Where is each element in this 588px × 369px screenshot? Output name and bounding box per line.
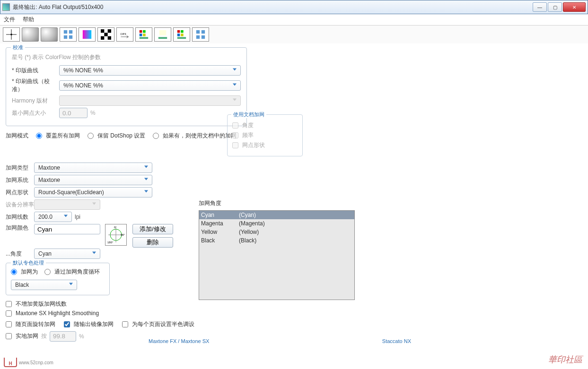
toolbar: CIP3 bbox=[0, 26, 588, 43]
svg-rect-21 bbox=[158, 37, 167, 39]
footer-links: Maxtone FX / Maxtone SX Staccato NX bbox=[0, 338, 588, 344]
svg-rect-22 bbox=[177, 30, 180, 33]
maximize-button[interactable]: ▢ bbox=[548, 2, 562, 12]
svg-rect-25 bbox=[181, 34, 184, 36]
screen-lines-dropdown[interactable]: 200.0 bbox=[34, 212, 72, 222]
screen-lines-label: 加网线数 bbox=[6, 213, 34, 221]
lines-unit: lpi bbox=[75, 214, 80, 220]
print-curve-dropdown[interactable]: %% NONE %% bbox=[59, 80, 241, 91]
doc-screen-legend: 使用文档加网 bbox=[231, 111, 266, 118]
sphere-tool-2-icon[interactable] bbox=[41, 27, 58, 42]
svg-rect-7 bbox=[83, 30, 91, 39]
menu-help[interactable]: 帮助 bbox=[23, 16, 34, 24]
svg-rect-17 bbox=[140, 34, 142, 36]
svg-text:90°: 90° bbox=[121, 233, 125, 236]
svg-text:180°: 180° bbox=[107, 241, 114, 244]
plate-curve-label: * 印版曲线 bbox=[12, 67, 59, 75]
angle-list-label: 加网角度 bbox=[199, 199, 355, 207]
calibration-fieldset: 校准 星号 (*) 表示 ColorFlow 控制的参数 * 印版曲线 %% N… bbox=[6, 47, 247, 126]
svg-rect-23 bbox=[181, 30, 184, 33]
list-item[interactable]: Yellow(Yellow) bbox=[199, 228, 354, 236]
svg-rect-20 bbox=[159, 30, 167, 35]
screen-color-input[interactable] bbox=[34, 224, 100, 234]
gradient-tool-icon[interactable] bbox=[79, 27, 96, 42]
sphere-tool-1-icon[interactable] bbox=[22, 27, 39, 42]
swatch-tool-2-icon[interactable] bbox=[154, 27, 171, 42]
svg-rect-15 bbox=[140, 30, 142, 33]
screen-type-dropdown[interactable]: Maxtone bbox=[34, 163, 152, 173]
mode-use-doc-radio[interactable]: 如果有，则使用文档中的加网 bbox=[153, 132, 237, 140]
svg-rect-18 bbox=[143, 34, 146, 36]
mindot-input bbox=[59, 108, 88, 118]
swatch-tool-1-icon[interactable] bbox=[135, 27, 152, 42]
rotate-with-page-check[interactable]: 随页面旋转加网 bbox=[6, 320, 55, 328]
spot-cycle-radio[interactable]: 通过加网角度循环 bbox=[44, 268, 100, 276]
mode-keep-dotshop-radio[interactable]: 保留 DotShop 设置 bbox=[88, 132, 145, 140]
angle-wheel-icon[interactable]: 0°90°180° bbox=[105, 224, 127, 246]
doc-freq-check: 频率 bbox=[232, 131, 298, 139]
svg-rect-5 bbox=[64, 35, 67, 39]
per-page-halftone-check[interactable]: 为每个页面设置半色调设 bbox=[122, 320, 194, 328]
screening-mode-label: 加网模式 bbox=[6, 132, 28, 140]
dot-shape-dropdown[interactable]: Round-Square(Euclidean) bbox=[34, 187, 152, 197]
mirror-with-output-check[interactable]: 随输出镜像加网 bbox=[64, 320, 114, 328]
harmony-label: Harmony 版材 bbox=[12, 97, 59, 105]
spot-screen-as-radio[interactable]: 加网为 bbox=[11, 268, 38, 276]
target-tool-icon[interactable] bbox=[3, 27, 20, 42]
title-bar: 最终输出: Auto Flat Output/510x400 — ▢ ✕ bbox=[0, 0, 588, 14]
angle-wheel-group: 0°90°180° bbox=[105, 224, 127, 246]
list-item[interactable]: Magenta(Magenta) bbox=[199, 219, 354, 228]
app-icon bbox=[2, 3, 10, 11]
svg-rect-3 bbox=[64, 30, 67, 34]
spot-legend: 默认专色处理 bbox=[11, 259, 46, 266]
print-curve-label: * 印刷曲线（校准） bbox=[12, 77, 59, 94]
grid-tool-icon[interactable] bbox=[60, 27, 77, 42]
maxtone-sx-smoothing-check[interactable]: Maxtone SX Highlight Smoothing bbox=[6, 310, 582, 317]
doc-angle-check: 角度 bbox=[232, 121, 298, 129]
at-angle-dropdown[interactable]: Cyan bbox=[34, 249, 100, 259]
screen-system-dropdown[interactable]: Maxtone bbox=[34, 175, 152, 185]
harmony-dropdown bbox=[59, 95, 241, 106]
plate-curve-dropdown[interactable]: %% NONE %% bbox=[59, 65, 241, 76]
close-button[interactable]: ✕ bbox=[563, 2, 586, 12]
minimize-button[interactable]: — bbox=[533, 2, 547, 12]
svg-rect-4 bbox=[69, 30, 72, 34]
svg-text:CIP3: CIP3 bbox=[120, 33, 126, 35]
svg-rect-9 bbox=[101, 29, 104, 33]
svg-rect-24 bbox=[177, 34, 180, 36]
mindot-label: 最小网点大小 bbox=[12, 109, 59, 117]
mode-override-radio[interactable]: 覆盖所有加网 bbox=[36, 132, 80, 140]
checker-tool-icon[interactable] bbox=[97, 27, 114, 42]
doc-screen-group: 使用文档加网 角度 频率 网点形状 bbox=[227, 114, 303, 156]
menu-file[interactable]: 文件 bbox=[4, 16, 15, 24]
delete-button[interactable]: 删除 bbox=[132, 237, 173, 248]
device-res-dropdown bbox=[34, 199, 100, 210]
cip3-tool-icon[interactable]: CIP3 bbox=[116, 27, 133, 42]
svg-rect-10 bbox=[108, 29, 111, 33]
calibration-legend: 校准 bbox=[11, 44, 25, 51]
svg-rect-6 bbox=[69, 35, 72, 39]
angle-listbox[interactable]: Cyan(Cyan) Magenta(Magenta) Yellow(Yello… bbox=[199, 210, 355, 300]
svg-rect-28 bbox=[202, 30, 205, 34]
device-res-label: 设备分辨率 bbox=[6, 201, 34, 209]
doc-shape-check: 网点形状 bbox=[232, 141, 298, 149]
svg-rect-16 bbox=[143, 30, 146, 33]
menu-bar: 文件 帮助 bbox=[0, 14, 588, 26]
dot-shape-label: 网点形状 bbox=[6, 189, 34, 197]
list-item[interactable]: Black(Black) bbox=[199, 236, 354, 245]
screen-color-label: 加网颜色 bbox=[6, 224, 34, 232]
list-item[interactable]: Cyan(Cyan) bbox=[199, 211, 354, 219]
screen-type-label: 加网类型 bbox=[6, 164, 34, 172]
svg-rect-11 bbox=[104, 33, 107, 36]
staccato-link[interactable]: Staccato NX bbox=[382, 338, 411, 344]
swatch-tool-3-icon[interactable] bbox=[173, 27, 190, 42]
mindot-unit: % bbox=[90, 110, 96, 116]
grid-tool-2-icon[interactable] bbox=[192, 27, 209, 42]
spot-color-dropdown[interactable]: Black bbox=[11, 280, 77, 290]
no-increase-yellow-check[interactable]: 不增加黄版加网线数 bbox=[6, 300, 582, 308]
spot-color-fieldset: 默认专色处理 加网为 通过加网角度循环 Black bbox=[6, 263, 110, 295]
svg-rect-13 bbox=[108, 36, 111, 40]
maxtone-link[interactable]: Maxtone FX / Maxtone SX bbox=[149, 338, 209, 344]
svg-rect-29 bbox=[196, 35, 200, 39]
add-modify-button[interactable]: 添加/修改 bbox=[132, 224, 173, 234]
